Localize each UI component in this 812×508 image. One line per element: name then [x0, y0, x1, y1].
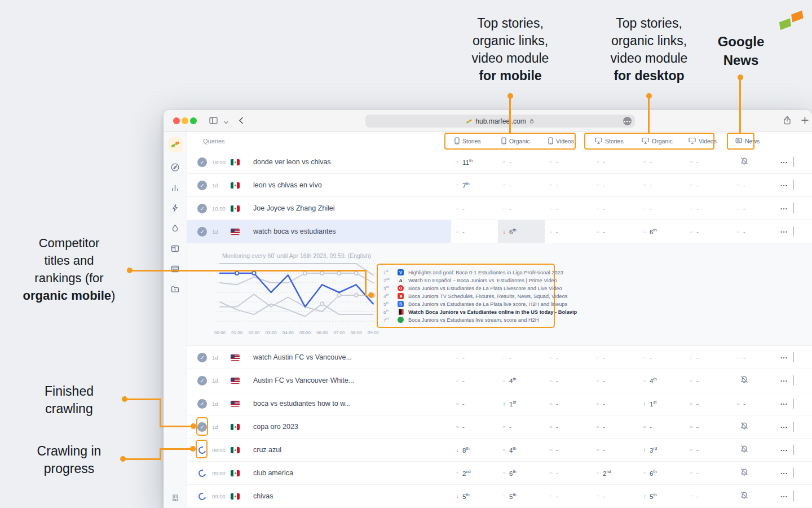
- folder-icon[interactable]: [170, 284, 180, 294]
- rank-value: -: [696, 400, 699, 407]
- rank-cell: =4th: [498, 439, 545, 461]
- new-tab-plus-icon[interactable]: [801, 116, 809, 127]
- expand-row-chevron-icon[interactable]: [793, 180, 812, 190]
- competitor-result-row[interactable]: 1stVHighlights and goal: Boca 0-1 Estudi…: [383, 269, 548, 276]
- address-bar[interactable]: hub.marfeel.com ●●●: [365, 115, 635, 128]
- rank-cell: =-: [685, 151, 732, 173]
- competitor-result-row[interactable]: 2ndaWatch En Español – Boca Juniors vs. …: [383, 277, 548, 284]
- table-row-chivas[interactable]: 09:00chivas↓5th=5th=-=-↑5th=-•••: [187, 485, 812, 508]
- table-row-cruz-azul[interactable]: 09:00cruz azul↓8th=4th=-=-↑3rd=-•••: [187, 439, 812, 462]
- row-menu-ellipsis-icon[interactable]: •••: [776, 356, 793, 360]
- tab-overview-chevron-icon[interactable]: [223, 117, 229, 128]
- usa-flag-icon: [231, 229, 240, 235]
- change-indicator: =: [501, 470, 508, 476]
- compass-icon[interactable]: [170, 163, 180, 172]
- favicon-v-blue: V: [398, 269, 404, 275]
- row-menu-ellipsis-icon[interactable]: •••: [776, 425, 793, 429]
- reader-options-icon[interactable]: ●●●: [623, 117, 632, 125]
- table-row-club-america[interactable]: 09:00club america=2nd=6th=-=2nd=6th=-•••: [187, 462, 812, 485]
- table-row-joe-joyce-vs-zhang-zhilei[interactable]: ✓10:00Joe Joyce vs Zhang Zhilei=-=-=-=-=…: [187, 197, 812, 220]
- minimize-window-button[interactable]: [182, 117, 188, 124]
- change-indicator: =: [548, 424, 554, 430]
- mobile-icon: [454, 137, 460, 146]
- change-indicator: =: [641, 182, 648, 188]
- expand-row-chevron-icon[interactable]: [793, 445, 812, 455]
- back-button[interactable]: [237, 116, 245, 127]
- column-header-organic-1[interactable]: Organic: [498, 137, 545, 146]
- competitor-rank: 2nd: [383, 277, 393, 283]
- marfeel-logo[interactable]: [168, 137, 183, 152]
- row-menu-ellipsis-icon[interactable]: •••: [776, 207, 793, 211]
- change-indicator: =: [594, 354, 601, 360]
- table-row-austin-fc-vs-vancouver-white-[interactable]: ✓1dAustin FC vs Vancouver White...=-=4th…: [187, 369, 812, 392]
- layout-icon[interactable]: [170, 244, 180, 253]
- expand-row-chevron-icon[interactable]: [793, 352, 812, 362]
- rank-cell: =-: [732, 174, 760, 196]
- expand-row-chevron-icon[interactable]: [793, 203, 812, 213]
- change-indicator: =: [501, 378, 508, 383]
- column-header-stories-3[interactable]: Stories: [592, 137, 638, 145]
- row-menu-ellipsis-icon[interactable]: •••: [776, 448, 793, 452]
- competitor-result-row[interactable]: 5thSBoca Juniors vs Estudiantes de La Pl…: [383, 300, 548, 308]
- share-icon[interactable]: [783, 116, 792, 128]
- table-row-watch-boca-vs-estudiantes[interactable]: ✓1dwatch boca vs estudiantes=-↓6th=-=-=6…: [187, 220, 812, 243]
- crawl-time: 18:00: [212, 159, 231, 165]
- rank-value: -: [509, 205, 511, 212]
- column-header-news-6[interactable]: News: [732, 137, 760, 145]
- row-menu-ellipsis-icon[interactable]: •••: [776, 230, 793, 234]
- table-row-boca-vs-estudiantes-how-to-w-[interactable]: ✓1dboca vs estudiantes how to w...=-↑1st…: [187, 392, 812, 415]
- column-header-stories-0[interactable]: Stories: [451, 137, 498, 146]
- zoom-window-button[interactable]: [190, 117, 197, 124]
- rank-cell: =-: [732, 346, 760, 369]
- building-icon[interactable]: [164, 493, 187, 502]
- competitor-title: Watch Boca Juniors vs Estudiantes online…: [408, 309, 577, 315]
- column-header-videos-2[interactable]: Videos: [545, 137, 592, 146]
- close-window-button[interactable]: [173, 117, 180, 124]
- expand-row-chevron-icon[interactable]: [793, 468, 812, 478]
- table-row-leon-vs-chivas-en-vivo[interactable]: ✓1dleon vs chivas en vivo=7th=-=-=-=-=-=…: [187, 174, 812, 197]
- row-menu-ellipsis-icon[interactable]: •••: [776, 160, 793, 164]
- lightning-icon[interactable]: [170, 203, 180, 213]
- rank-value: 3rd: [650, 446, 657, 454]
- change-indicator: =: [548, 159, 554, 165]
- crawl-time: 09:00: [212, 447, 231, 453]
- competitor-result-row[interactable]: 4thBoca Juniors TV Schedules, Fixtures, …: [383, 292, 548, 300]
- row-menu-ellipsis-icon[interactable]: •••: [776, 494, 793, 498]
- competitor-rank: 5th: [383, 301, 393, 307]
- table-row-copa-oro-2023[interactable]: ✓1dcopa oro 2023=-=-=-=-=-=-•••: [187, 415, 812, 439]
- expand-row-chevron-icon[interactable]: [793, 375, 812, 386]
- drop-icon[interactable]: [170, 224, 180, 233]
- rank-value: -: [462, 377, 465, 384]
- expand-row-chevron-icon[interactable]: [793, 157, 812, 167]
- change-indicator: ↑: [641, 447, 648, 453]
- competitor-result-row[interactable]: 3rdBoca Juniors vs Estudiantes de La Pla…: [383, 284, 548, 292]
- column-header-organic-4[interactable]: Organic: [638, 137, 685, 145]
- row-menu-ellipsis-icon[interactable]: •••: [776, 402, 793, 406]
- rank-cell: =-: [685, 485, 732, 507]
- query-text: club america: [253, 469, 293, 477]
- expand-row-chevron-icon[interactable]: [793, 422, 812, 432]
- table-row-watch-austin-fc-vs-vancouve-[interactable]: ✓1dwatch Austin FC vs Vancouve...=-=-=-=…: [187, 346, 812, 369]
- competitor-result-row[interactable]: 6thWatch Boca Juniors vs Estudiantes onl…: [383, 308, 548, 316]
- rank-value: -: [696, 493, 699, 500]
- row-menu-ellipsis-icon[interactable]: •••: [776, 183, 793, 187]
- row-menu-ellipsis-icon[interactable]: •••: [776, 379, 793, 383]
- table-row-donde-ver-leon-vs-chivas[interactable]: ✓18:00donde ver leon vs chivas=11th=-=-=…: [187, 151, 812, 174]
- bar-chart-icon[interactable]: [170, 183, 180, 192]
- x-axis-tick-label: 01:00: [231, 330, 243, 335]
- rank-cell: =-: [545, 392, 592, 415]
- change-indicator: =: [454, 354, 461, 360]
- competitor-result-row[interactable]: 7thBoca Juniors vs Estudiantes live stre…: [383, 316, 548, 323]
- expand-row-chevron-icon[interactable]: [793, 398, 812, 409]
- column-header-videos-5[interactable]: Videos: [685, 137, 732, 145]
- change-indicator: =: [501, 159, 508, 165]
- competitor-titles-box: 1stVHighlights and goal: Boca 0-1 Estudi…: [377, 264, 555, 328]
- collapse-row-chevron-icon[interactable]: [793, 226, 812, 237]
- query-cell: ✓1dcopa oro 2023: [187, 415, 451, 438]
- calendar-icon[interactable]: [170, 264, 180, 274]
- rank-value: -: [743, 400, 745, 407]
- sidebar-toggle-icon[interactable]: [209, 116, 218, 128]
- change-indicator: ↑: [501, 401, 508, 407]
- expand-row-chevron-icon[interactable]: [793, 491, 812, 501]
- row-menu-ellipsis-icon[interactable]: •••: [776, 471, 793, 475]
